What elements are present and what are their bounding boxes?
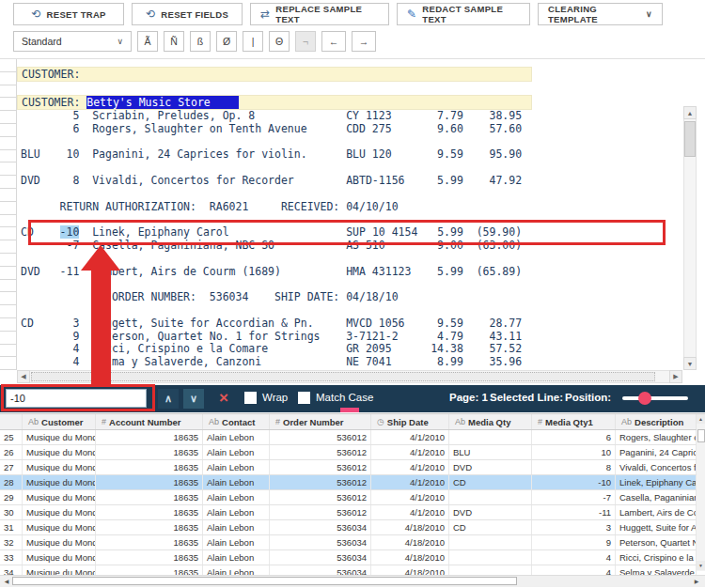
pattern-char-button-Θ[interactable]: Θ <box>269 31 290 52</box>
table-cell[interactable]: 536012 <box>270 475 371 489</box>
table-cell[interactable]: 536012 <box>270 445 371 459</box>
row-number-cell[interactable]: 28 <box>0 475 23 489</box>
table-cell[interactable]: 4/1/2010 <box>371 430 449 444</box>
line-selector-gutter[interactable] <box>0 59 17 370</box>
position-slider-track[interactable] <box>622 396 688 400</box>
reset-fields-button[interactable]: ⟲RESET FIELDS <box>132 3 243 25</box>
table-cell[interactable]: 18635 <box>96 460 203 474</box>
table-cell[interactable]: 4/1/2010 <box>371 505 449 519</box>
report-line[interactable]: CD 3 Huggett, Suite for Accordian & Pn. … <box>21 317 679 331</box>
table-cell[interactable]: BLU <box>449 445 532 459</box>
gutter-line-cell[interactable] <box>0 202 16 215</box>
gutter-line-cell[interactable] <box>0 72 16 85</box>
report-line[interactable] <box>21 162 679 175</box>
table-cell[interactable]: 536012 <box>270 505 371 519</box>
close-search-button[interactable]: × <box>213 388 234 409</box>
table-cell[interactable]: Musique du Monde <box>23 445 96 459</box>
table-cell[interactable]: 4/1/2010 <box>371 490 449 504</box>
table-cell[interactable]: Musique du Monde <box>23 520 96 534</box>
table-row[interactable]: 25Musique du Monde18635Alain Lebon536012… <box>0 430 697 445</box>
gutter-line-cell[interactable] <box>0 305 16 318</box>
table-cell[interactable]: 18635 <box>96 475 203 489</box>
redact-sample-text-button[interactable]: ✎REDACT SAMPLE TEXT <box>397 3 530 25</box>
report-line[interactable]: 5 Scriabin, Preludes, Op. 8 CY 1123 7.79… <box>21 110 679 123</box>
table-cell[interactable]: Alain Lebon <box>203 535 270 549</box>
table-row[interactable]: 31Musique du Monde18635Alain Lebon536034… <box>0 520 697 535</box>
table-cell[interactable]: Musique du Monde <box>23 460 96 474</box>
table-cell[interactable]: 18635 <box>96 520 203 534</box>
table-cell[interactable]: 4/18/2010 <box>371 550 449 565</box>
gutter-line-cell[interactable] <box>0 254 16 267</box>
pattern-char-button-ß[interactable]: ß <box>190 31 211 52</box>
replace-sample-text-button[interactable]: ⇄REPLACE SAMPLE TEXT <box>250 3 389 25</box>
report-line[interactable]: 6 Rogers, Slaughter on Tenth Avenue CDD … <box>21 123 679 136</box>
table-cell[interactable]: -11 <box>532 505 616 519</box>
pattern-char-button-→[interactable]: → <box>352 31 376 52</box>
table-row[interactable]: 30Musique du Monde18635Alain Lebon536012… <box>0 505 697 520</box>
table-cell[interactable]: Alain Lebon <box>203 520 270 534</box>
row-number-cell[interactable]: 26 <box>0 445 23 459</box>
table-cell[interactable]: 536034 <box>270 550 371 565</box>
table-cell[interactable]: 4/18/2010 <box>371 535 449 549</box>
gutter-line-cell[interactable] <box>0 98 16 111</box>
column-header-account-number[interactable]: #Account Number <box>96 414 203 429</box>
row-number-cell[interactable]: 31 <box>0 520 23 534</box>
gutter-line-cell[interactable] <box>0 176 16 189</box>
grid-vscroll-thumb[interactable] <box>697 429 705 442</box>
gutter-line-cell[interactable] <box>0 150 16 163</box>
table-cell[interactable]: Huggett, Suite for Ac... <box>616 520 697 534</box>
scroll-left-icon[interactable]: ◀ <box>17 370 30 383</box>
gutter-line-cell[interactable] <box>0 292 16 305</box>
table-row[interactable]: 29Musique du Monde18635Alain Lebon536012… <box>0 490 697 505</box>
table-cell[interactable]: -7 <box>532 490 616 504</box>
gutter-line-cell[interactable] <box>0 124 16 137</box>
column-header-order-number[interactable]: #Order Number <box>270 414 371 429</box>
table-cell[interactable]: 536034 <box>270 520 371 534</box>
table-cell[interactable]: 10 <box>532 445 616 459</box>
table-cell[interactable]: 4/1/2010 <box>371 475 449 489</box>
report-line[interactable]: 4 Selma y Salaverde, Canzoni NE 7041 8.9… <box>21 356 679 369</box>
column-header-media-qty[interactable]: AbMedia Qty <box>449 414 532 429</box>
table-row[interactable]: 32Musique du Monde18635Alain Lebon536034… <box>0 535 697 550</box>
table-cell[interactable]: 536012 <box>270 430 371 444</box>
table-cell[interactable]: 18635 <box>96 505 203 519</box>
gutter-line-cell[interactable] <box>0 189 16 202</box>
table-cell[interactable]: -10 <box>532 475 616 489</box>
report-line[interactable] <box>21 278 679 291</box>
grid-scroll-down-icon[interactable]: ▼ <box>697 561 705 570</box>
gutter-line-cell[interactable] <box>0 111 16 124</box>
reset-trap-button[interactable]: ⟲RESET TRAP <box>13 3 124 25</box>
table-row[interactable]: 26Musique du Monde18635Alain Lebon536012… <box>0 445 697 460</box>
table-cell[interactable]: CD <box>449 475 532 489</box>
table-cell[interactable]: 4/1/2010 <box>371 445 449 459</box>
scroll-up-icon[interactable]: ▲ <box>683 106 697 119</box>
report-line[interactable]: 4 Ricci, Crispino e la Comare GR 2095 14… <box>21 343 679 356</box>
table-row[interactable]: 27Musique du Monde18635Alain Lebon536012… <box>0 460 697 475</box>
row-number-cell[interactable]: 29 <box>0 490 23 504</box>
table-cell[interactable]: Alain Lebon <box>203 460 270 474</box>
pattern-char-button-Ã[interactable]: Ã <box>137 31 158 52</box>
table-cell[interactable]: 536034 <box>270 535 371 549</box>
table-cell[interactable] <box>449 550 532 565</box>
pattern-char-button-|[interactable]: | <box>243 31 263 52</box>
pattern-char-button-Ø[interactable]: Ø <box>216 31 237 52</box>
gutter-line-cell[interactable] <box>0 280 16 293</box>
table-cell[interactable]: Alain Lebon <box>203 550 270 565</box>
scroll-right-icon[interactable]: ▶ <box>669 370 682 383</box>
report-line[interactable]: BLU 10 Paganini, 24 Caprices for violin.… <box>21 148 679 162</box>
table-cell[interactable]: Alain Lebon <box>203 430 270 444</box>
clearing-template-button[interactable]: CLEARING TEMPLATE∨ <box>538 3 663 25</box>
table-cell[interactable]: Ricci, Crispino e la Co... <box>616 550 697 565</box>
table-cell[interactable]: 18635 <box>96 490 203 504</box>
table-cell[interactable]: 18635 <box>96 445 203 459</box>
table-cell[interactable] <box>449 535 532 549</box>
report-line[interactable] <box>21 188 679 201</box>
table-cell[interactable]: 18635 <box>96 430 203 444</box>
report-line[interactable] <box>21 136 679 149</box>
table-cell[interactable]: 18635 <box>96 550 203 565</box>
gutter-line-cell[interactable] <box>0 59 16 72</box>
row-number-cell[interactable]: 32 <box>0 535 23 549</box>
pattern-type-dropdown[interactable]: Standard ∨ <box>13 31 132 52</box>
report-vscroll-thumb[interactable] <box>684 121 696 157</box>
column-header-description[interactable]: AbDescription <box>616 414 697 429</box>
